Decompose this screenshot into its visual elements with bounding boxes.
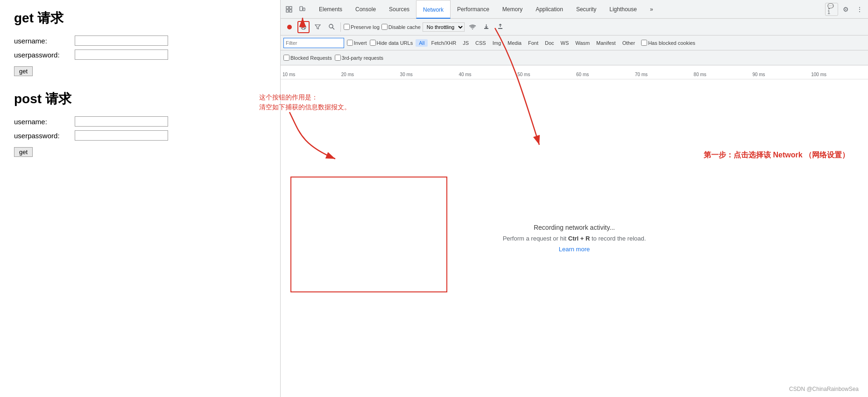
get-username-input[interactable] — [75, 35, 168, 46]
filter-btn-font[interactable]: Font — [525, 39, 542, 47]
filter-btn-img[interactable]: Img — [489, 39, 504, 47]
network-empty-state: Recording network activity... Perform a … — [503, 224, 646, 253]
ruler-tick-40ms: 40 ms — [457, 72, 515, 77]
filter-btn-js[interactable]: JS — [459, 39, 472, 47]
online-icon[interactable] — [466, 21, 479, 33]
filter-btn-css[interactable]: CSS — [472, 39, 489, 47]
network-content-area: Recording network activity... Perform a … — [281, 79, 868, 397]
svg-rect-0 — [286, 7, 289, 9]
post-username-group: username: — [14, 116, 261, 127]
filter-btn-wasm[interactable]: Wasm — [572, 39, 593, 47]
tab-memory[interactable]: Memory — [496, 0, 529, 19]
tab-network[interactable]: Network — [416, 0, 451, 19]
post-username-input[interactable] — [75, 116, 168, 127]
svg-rect-4 — [300, 7, 303, 11]
ruler-tick-30ms: 30 ms — [398, 72, 457, 77]
tab-more[interactable]: » — [643, 0, 660, 19]
devtools-tabbar: Elements Console Sources Network Perform… — [281, 0, 868, 19]
blocked-requests-checkbox[interactable]: Blocked Requests — [283, 55, 332, 61]
get-password-label: userpassword: — [14, 51, 75, 59]
filter-icon[interactable] — [311, 21, 324, 33]
has-blocked-checkbox[interactable]: Has blocked cookies — [641, 40, 695, 46]
get-section-title: get 请求 — [14, 9, 261, 27]
tab-performance[interactable]: Performance — [451, 0, 496, 19]
ruler-tick-100ms: 100 ms — [809, 72, 868, 77]
search-icon[interactable] — [325, 21, 338, 33]
svg-point-10 — [329, 24, 333, 28]
ruler-tick-20ms: 20 ms — [339, 72, 398, 77]
preserve-log-checkbox[interactable]: Preserve log — [344, 24, 380, 30]
tab-application[interactable]: Application — [529, 0, 570, 19]
disable-cache-checkbox[interactable]: Disable cache — [381, 24, 421, 30]
csdn-watermark: CSDN @ChinaRainbowSea — [789, 386, 859, 392]
settings-icon[interactable]: ⚙ — [839, 3, 852, 16]
filter-btn-other[interactable]: Other — [619, 39, 639, 47]
tab-elements[interactable]: Elements — [312, 0, 349, 19]
post-username-label: username: — [14, 118, 75, 126]
filter-input[interactable] — [284, 40, 344, 46]
svg-rect-2 — [286, 10, 289, 12]
devtools-right-icons: 💬 1 ⚙ ⋮ — [825, 3, 866, 16]
learn-more-link[interactable]: Learn more — [559, 246, 590, 253]
ruler-tick-50ms: 50 ms — [515, 72, 574, 77]
import-export-icons — [480, 21, 507, 33]
network-toolbar: Preserve log Disable cache No throttling — [281, 19, 868, 35]
devtools-devices-icon[interactable] — [296, 3, 309, 16]
post-password-input[interactable] — [75, 130, 168, 141]
toolbar-divider-1 — [340, 22, 341, 32]
tab-console[interactable]: Console — [349, 0, 382, 19]
more-options-icon[interactable]: ⋮ — [853, 3, 866, 16]
svg-line-11 — [332, 28, 334, 29]
third-party-checkbox[interactable]: 3rd-party requests — [335, 55, 383, 61]
import-icon[interactable] — [480, 21, 493, 33]
ruler-tick-70ms: 70 ms — [633, 72, 692, 77]
tab-security[interactable]: Security — [570, 0, 603, 19]
record-button[interactable] — [283, 21, 296, 33]
post-submit-button[interactable]: get — [14, 147, 33, 157]
devtools-panel: Elements Console Sources Network Perform… — [280, 0, 868, 397]
recording-text: Recording network activity... — [503, 224, 646, 231]
ruler-tick-10ms: 10 ms — [281, 72, 339, 77]
devtools-inspect-icon[interactable] — [282, 3, 296, 16]
svg-point-6 — [301, 10, 301, 10]
ruler-tick-60ms: 60 ms — [574, 72, 633, 77]
get-submit-button[interactable]: get — [14, 66, 33, 76]
filter-row-2: Blocked Requests 3rd-party requests — [281, 50, 868, 65]
filter-input-wrapper[interactable] — [283, 38, 344, 48]
feedback-icon[interactable]: 💬 1 — [825, 3, 838, 16]
export-icon[interactable] — [494, 21, 507, 33]
get-password-group: userpassword: — [14, 50, 261, 60]
post-password-label: userpassword: — [14, 132, 75, 140]
tab-sources[interactable]: Sources — [382, 0, 416, 19]
get-password-input[interactable] — [75, 50, 168, 60]
filter-btn-doc[interactable]: Doc — [542, 39, 557, 47]
get-username-group: username: — [14, 35, 261, 46]
filter-btn-manifest[interactable]: Manifest — [593, 39, 619, 47]
filter-btn-all[interactable]: All — [416, 39, 428, 47]
timeline-ruler: 10 ms 20 ms 30 ms 40 ms 50 ms 60 ms 70 m… — [281, 65, 868, 79]
post-password-group: userpassword: — [14, 130, 261, 141]
filter-type-buttons: All Fetch/XHR JS CSS Img Media Font Doc … — [416, 39, 638, 47]
ruler-tick-80ms: 80 ms — [692, 72, 751, 77]
devtools-tab-icons — [282, 3, 309, 16]
svg-point-7 — [287, 25, 292, 29]
invert-checkbox[interactable]: Invert — [347, 40, 367, 46]
get-username-label: username: — [14, 37, 75, 45]
page-content: get 请求 username: userpassword: get post … — [0, 0, 275, 397]
svg-rect-5 — [303, 8, 305, 11]
filter-row: Invert Hide data URLs All Fetch/XHR JS C… — [281, 35, 868, 50]
svg-line-9 — [302, 26, 305, 28]
ruler-tick-90ms: 90 ms — [750, 72, 809, 77]
svg-rect-3 — [289, 10, 292, 12]
filter-btn-ws[interactable]: WS — [557, 39, 572, 47]
hint-text: Perform a request or hit Ctrl + R to rec… — [503, 235, 646, 242]
hide-data-urls-checkbox[interactable]: Hide data URLs — [370, 40, 413, 46]
filter-btn-media[interactable]: Media — [504, 39, 525, 47]
throttle-select[interactable]: No throttling — [423, 22, 465, 32]
filter-btn-fetch[interactable]: Fetch/XHR — [428, 39, 459, 47]
post-section-title: post 请求 — [14, 90, 261, 108]
svg-rect-1 — [289, 7, 292, 9]
clear-button[interactable] — [297, 21, 310, 33]
tab-lighthouse[interactable]: Lighthouse — [603, 0, 643, 19]
